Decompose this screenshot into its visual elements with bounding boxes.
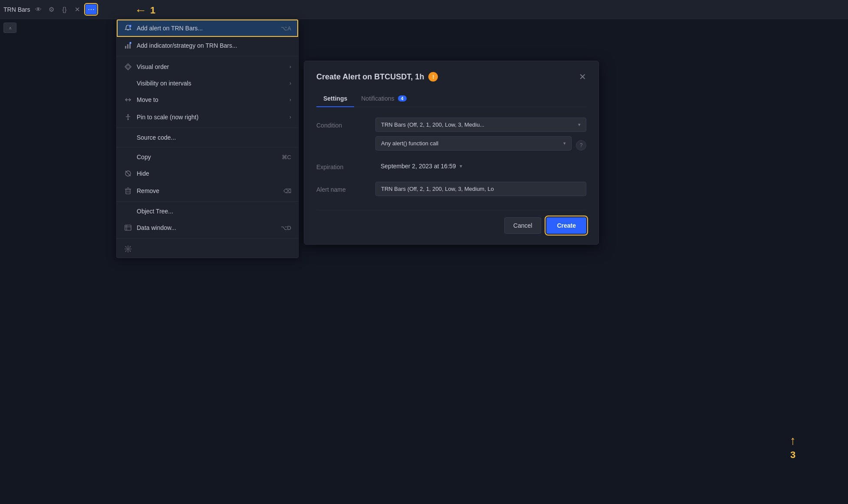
condition-controls: TRN Bars (Off, 2, 1, 200, Low, 3, Mediu.…	[375, 118, 586, 151]
svg-rect-2	[127, 44, 128, 49]
move-to-arrow: ›	[289, 97, 291, 103]
expiration-controls: September 2, 2023 at 16:59 ▾	[375, 159, 586, 173]
divider-3	[117, 147, 298, 147]
remove-label: Remove	[137, 187, 159, 194]
visual-order-icon	[124, 62, 132, 71]
data-window-icon	[124, 223, 132, 232]
hide-icon	[124, 169, 132, 178]
menu-item-visual-order[interactable]: Visual order ›	[117, 58, 298, 75]
eye-icon[interactable]: 👁	[33, 5, 43, 14]
data-window-label: Data window...	[137, 224, 176, 231]
arrow-1-icon: ←	[135, 3, 147, 17]
condition-select[interactable]: TRN Bars (Off, 2, 1, 200, Low, 3, Mediu.…	[375, 118, 586, 132]
braces-icon[interactable]: {}	[59, 5, 69, 14]
copy-shortcut: ⌘C	[282, 154, 291, 160]
expiration-chevron: ▾	[460, 163, 462, 169]
source-code-label: Source code...	[137, 134, 176, 141]
alert-name-row: Alert name	[316, 182, 586, 196]
more-button[interactable]: ⋯	[85, 4, 97, 14]
condition-row: Condition TRN Bars (Off, 2, 1, 200, Low,…	[316, 118, 586, 151]
tab-notifications[interactable]: Notifications 4	[354, 91, 413, 107]
menu-item-move-to[interactable]: Move to ›	[117, 91, 298, 108]
condition-sub-select[interactable]: Any alert() function call ▾	[375, 136, 572, 151]
menu-item-hide[interactable]: Hide	[117, 165, 298, 182]
hide-label: Hide	[137, 170, 149, 177]
tab-settings[interactable]: Settings	[316, 91, 354, 107]
menu-item-settings[interactable]	[117, 240, 298, 258]
create-button[interactable]: Create	[546, 217, 586, 234]
add-alert-label: Add alert on TRN Bars...	[137, 25, 203, 32]
notifications-badge: 4	[398, 95, 407, 101]
dialog-header: Create Alert on BTCUSDT, 1h ! ✕	[316, 72, 586, 82]
pin-scale-icon	[124, 113, 132, 121]
divider-4	[117, 201, 298, 202]
svg-marker-6	[126, 65, 130, 69]
svg-rect-1	[125, 46, 126, 49]
remove-icon	[124, 187, 132, 195]
dialog-tabs: Settings Notifications 4	[316, 91, 586, 107]
menu-item-object-tree[interactable]: Object Tree...	[117, 203, 298, 219]
help-button[interactable]: ?	[576, 140, 586, 151]
divider-5	[117, 238, 298, 239]
expiration-label: Expiration	[316, 159, 368, 170]
condition-sub-arrow: ▾	[563, 141, 566, 146]
annotation-3: ↑ 3	[790, 434, 796, 461]
condition-sub-row: Any alert() function call ▾ ?	[375, 136, 586, 151]
svg-rect-11	[126, 189, 130, 194]
gear-icon[interactable]: ⚙	[46, 5, 56, 14]
condition-select-arrow: ▾	[578, 122, 581, 128]
settings-icon	[124, 245, 132, 253]
svg-rect-16	[125, 225, 131, 230]
svg-marker-5	[125, 64, 131, 70]
add-indicator-label: Add indicator/strategy on TRN Bars...	[137, 42, 237, 49]
visual-order-label: Visual order	[137, 63, 169, 70]
data-window-shortcut: ⌥D	[281, 225, 291, 231]
expiration-select[interactable]: September 2, 2023 at 16:59 ▾	[375, 159, 586, 173]
top-bar: TRN Bars 👁 ⚙ {} ✕ ⋯	[0, 0, 848, 19]
menu-item-add-alert[interactable]: Add alert on TRN Bars... ⌥A	[117, 20, 298, 37]
indicator-title: TRN Bars	[3, 6, 30, 13]
alert-name-label: Alert name	[316, 182, 368, 193]
divider-2	[117, 128, 298, 128]
context-menu: Add alert on TRN Bars... ⌥A ← 2 Add indi…	[116, 19, 299, 258]
menu-item-remove[interactable]: Remove ⌫	[117, 182, 298, 200]
pin-scale-label: Pin to scale (now right)	[137, 114, 198, 121]
dialog-close-button[interactable]: ✕	[579, 72, 586, 82]
pin-scale-arrow: ›	[289, 114, 291, 120]
menu-item-source-code[interactable]: Source code...	[117, 130, 298, 145]
copy-label: Copy	[137, 154, 151, 160]
add-alert-icon	[124, 24, 132, 33]
object-tree-label: Object Tree...	[137, 208, 173, 215]
create-alert-dialog: Create Alert on BTCUSDT, 1h ! ✕ Settings…	[304, 61, 599, 245]
move-to-icon	[124, 95, 132, 104]
warning-icon: !	[428, 72, 438, 82]
condition-label: Condition	[316, 118, 368, 129]
menu-item-copy[interactable]: Copy ⌘C	[117, 149, 298, 165]
menu-item-pin-scale[interactable]: Pin to scale (now right) ›	[117, 108, 298, 126]
cancel-button[interactable]: Cancel	[504, 217, 542, 234]
expiration-row: Expiration September 2, 2023 at 16:59 ▾	[316, 159, 586, 173]
add-alert-shortcut: ⌥A	[281, 25, 291, 32]
dialog-footer: Cancel Create	[316, 210, 586, 234]
remove-shortcut: ⌫	[283, 188, 291, 194]
collapse-button[interactable]: ∧	[3, 23, 16, 33]
divider-1	[117, 56, 298, 56]
menu-item-visibility[interactable]: Visibility on intervals ›	[117, 75, 298, 91]
annotation-1: ← 1	[135, 3, 155, 17]
visibility-label: Visibility on intervals	[137, 80, 191, 87]
add-indicator-icon	[124, 41, 132, 50]
svg-point-19	[127, 248, 129, 250]
arrow-3-icon: ↑	[790, 434, 796, 448]
alert-name-input[interactable]	[375, 182, 586, 196]
menu-item-data-window[interactable]: Data window... ⌥D	[117, 219, 298, 236]
move-to-label: Move to	[137, 96, 158, 103]
visual-order-arrow: ›	[289, 64, 291, 70]
close-icon[interactable]: ✕	[72, 5, 82, 14]
visibility-arrow: ›	[289, 80, 291, 86]
menu-item-add-indicator[interactable]: Add indicator/strategy on TRN Bars...	[117, 37, 298, 54]
alert-name-controls	[375, 182, 586, 196]
dialog-title: Create Alert on BTCUSDT, 1h !	[316, 72, 438, 82]
